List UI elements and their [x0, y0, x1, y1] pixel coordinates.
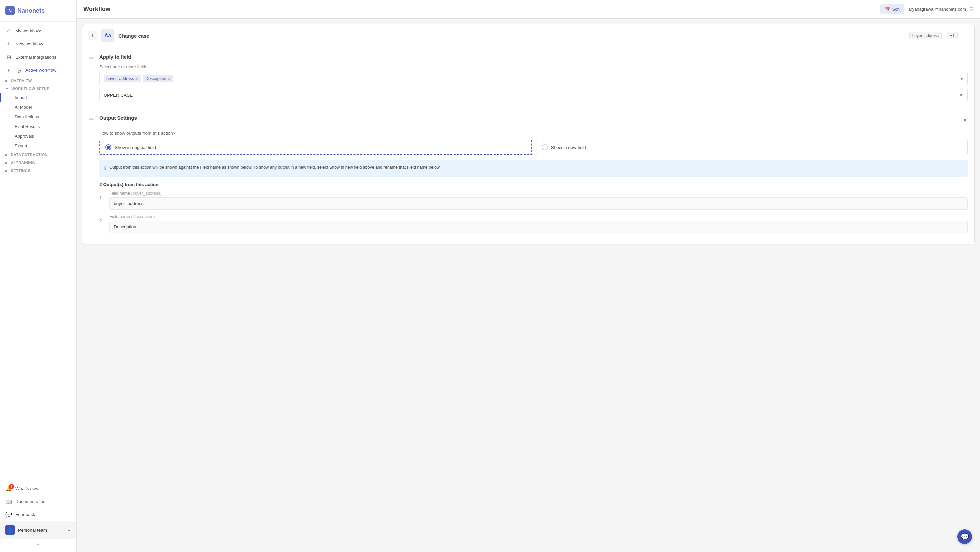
- section-label-workflow-setup: WORKFLOW SETUP: [11, 87, 49, 90]
- notification-badge: 1: [9, 484, 14, 489]
- sidebar-item-new-workflow[interactable]: ＋ New workflow: [0, 37, 76, 51]
- apply-to-field-body: Apply to field Select one or more fields…: [99, 54, 968, 102]
- field-label-2: Field name (Description): [110, 214, 968, 219]
- user-email: aryanagrawal@nanonets.com: [908, 7, 966, 12]
- sidebar-item-whats-new[interactable]: 🔔 1 What's new: [0, 482, 76, 495]
- field-number-2: 2: [99, 218, 106, 223]
- chip-label-0: buyer_address: [107, 76, 134, 81]
- sidebar-item-export[interactable]: Export: [0, 141, 76, 151]
- documentation-label: Documentation: [15, 499, 46, 504]
- radio-option-original[interactable]: Show in original field: [99, 140, 532, 155]
- whats-new-label: What's new: [15, 486, 38, 491]
- chevron-down-icon-2: ▼: [5, 87, 9, 90]
- chevron-right-icon-2: ▶: [5, 153, 8, 157]
- select-arrow-icon: ▼: [959, 92, 963, 98]
- nav-label-new-workflow: New workflow: [15, 41, 43, 46]
- step-header: 1 Aa Change case buyer_address +1 ⋮: [83, 24, 974, 48]
- copy-button[interactable]: ⎘: [970, 6, 973, 12]
- case-type-value: UPPER CASE: [104, 93, 133, 98]
- field-selector[interactable]: buyer_address × Description × ▼: [99, 72, 968, 85]
- sub-label-export: Export: [15, 143, 27, 148]
- output-settings-body: Output Settings ▼ How to show outputs fr…: [99, 115, 968, 238]
- step-more-button[interactable]: ⋮: [963, 32, 969, 39]
- chevron-down-icon: ▼: [5, 68, 12, 72]
- section-overview[interactable]: ▶ OVERVIEW: [0, 77, 76, 85]
- dropdown-arrow-icon: ▼: [959, 76, 964, 81]
- more-icon: ⋮: [963, 32, 969, 39]
- sidebar: N Nanonets ⌂ My workflows ＋ New workflow…: [0, 0, 77, 552]
- step-name: Change case: [118, 33, 905, 39]
- section-ai-training[interactable]: ▶ AI TRAINING: [0, 159, 76, 167]
- chevron-down-icon-3: ▼: [963, 117, 968, 123]
- chat-bubble-button[interactable]: 💬: [957, 529, 972, 544]
- section-label-data-extraction: DATA EXTRACTION: [11, 153, 48, 157]
- sub-label-import: Import: [15, 95, 27, 100]
- sidebar-item-documentation[interactable]: 📖 Documentation: [0, 495, 76, 508]
- team-label: Personal team: [18, 528, 64, 533]
- chevron-right-icon-4: ▶: [5, 169, 8, 173]
- schedule-button[interactable]: 📅 Sch: [880, 4, 904, 14]
- chip-remove-1[interactable]: ×: [167, 76, 170, 81]
- section-data-extraction[interactable]: ▶ DATA EXTRACTION: [0, 151, 76, 159]
- sub-label-ai-model: AI Model: [15, 105, 32, 109]
- field-group-2: 2 Field name (Description) Description: [99, 214, 968, 233]
- section-settings[interactable]: ▶ SETTINGS: [0, 167, 76, 174]
- radio-dot-original: [107, 146, 110, 149]
- sidebar-item-approvals[interactable]: Approvals: [0, 131, 76, 141]
- sub-label-data-actions: Data Actions: [15, 114, 39, 119]
- plus-icon: ＋: [5, 40, 12, 48]
- team-selector[interactable]: 👤 Personal team ▲: [0, 521, 76, 539]
- radio-option-new[interactable]: Show in new field: [536, 140, 968, 155]
- copy-icon: ⎘: [970, 6, 973, 12]
- step-number: 1: [88, 31, 97, 40]
- field-number-1: 1: [99, 195, 106, 200]
- sidebar-item-import[interactable]: Import: [0, 93, 76, 102]
- app-name: Nanonets: [18, 7, 45, 14]
- sidebar-item-external-integrations[interactable]: ⊞ External integrations: [0, 51, 76, 63]
- change-case-icon: Aa: [104, 33, 111, 39]
- step-tag-1: +1: [947, 32, 958, 39]
- section-label-ai-training: AI TRAINING: [11, 161, 35, 165]
- header: Workflow 📅 Sch aryanagrawal@nanonets.com…: [77, 0, 980, 19]
- field-input-2[interactable]: Description: [110, 220, 968, 233]
- case-type-selector[interactable]: UPPER CASE ▼: [99, 89, 968, 102]
- sub-label-approvals: Approvals: [15, 134, 34, 139]
- sidebar-nav: ⌂ My workflows ＋ New workflow ⊞ External…: [0, 22, 76, 479]
- sidebar-item-my-workflows[interactable]: ⌂ My workflows: [0, 24, 76, 37]
- app-logo[interactable]: N Nanonets: [0, 0, 76, 22]
- sidebar-collapse-button[interactable]: «: [0, 539, 76, 549]
- grid-icon: ⊞: [5, 54, 12, 60]
- feedback-label: Feedback: [15, 512, 35, 517]
- field-label-1: Field name (buyer_address): [110, 191, 968, 196]
- nav-label-my-workflows: My workflows: [15, 29, 42, 33]
- step-icon: Aa: [101, 29, 115, 42]
- schedule-label: Sch: [892, 7, 900, 12]
- chip-label-1: Description: [145, 76, 167, 81]
- radio-options: Show in original field Show in new field: [99, 140, 968, 155]
- radio-question: How to show outputs from this action?: [99, 131, 968, 136]
- section-workflow-setup[interactable]: ▼ WORKFLOW SETUP: [0, 85, 76, 93]
- collapse-icon: «: [37, 541, 40, 547]
- home-icon: ⌂: [5, 28, 12, 34]
- sidebar-bottom: 🔔 1 What's new 📖 Documentation 💬 Feedbac…: [0, 479, 76, 552]
- sidebar-item-data-actions[interactable]: Data Actions: [0, 112, 76, 122]
- output-settings-header[interactable]: Output Settings ▼: [99, 115, 968, 125]
- outputs-title: 2 Output(s) from this action: [99, 182, 968, 187]
- feedback-icon: 💬: [5, 511, 12, 518]
- chip-remove-0[interactable]: ×: [135, 76, 138, 81]
- sidebar-item-feedback[interactable]: 💬 Feedback: [0, 508, 76, 521]
- info-text: Output from this action will be shown ag…: [110, 164, 441, 173]
- team-icon: 👤: [5, 525, 15, 535]
- sidebar-item-final-results[interactable]: Final Results: [0, 122, 76, 131]
- output-settings-section: ✏ Output Settings ▼ How to show outputs …: [83, 108, 974, 245]
- page-title: Workflow: [83, 6, 110, 13]
- circle-icon: ◎: [15, 67, 22, 73]
- chevron-up-icon: ▲: [67, 528, 71, 532]
- sidebar-item-ai-model[interactable]: AI Model: [0, 102, 76, 112]
- sidebar-item-active-workflow[interactable]: ▼ ◎ Active workflow: [0, 63, 76, 77]
- chat-icon: 💬: [961, 533, 969, 541]
- step-tag-0: buyer_address: [909, 32, 942, 39]
- nav-label-external-integrations: External integrations: [15, 55, 56, 60]
- output-settings-title: Output Settings: [99, 115, 137, 121]
- field-input-1[interactable]: buyer_address: [110, 197, 968, 210]
